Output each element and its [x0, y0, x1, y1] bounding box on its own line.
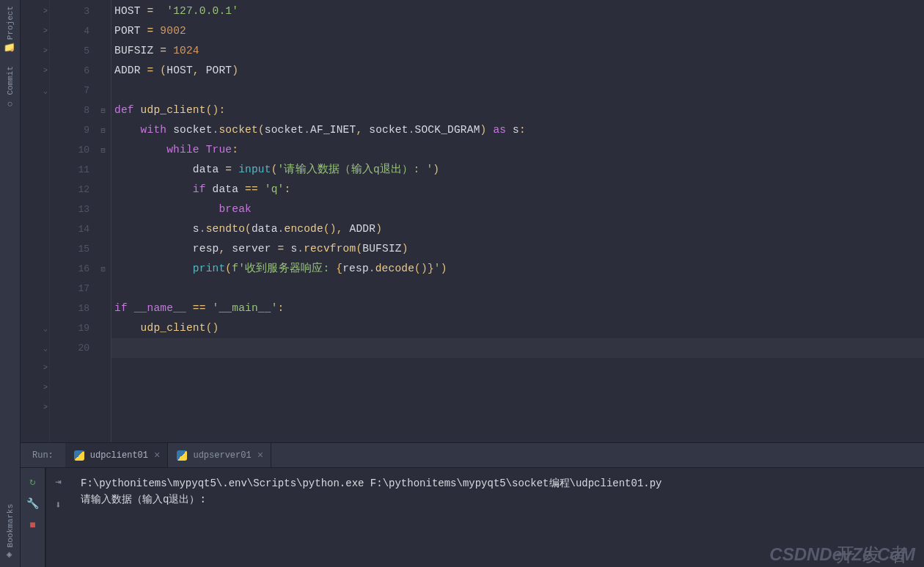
fold-marker — [95, 61, 111, 81]
line-number: 5 — [50, 41, 95, 61]
line-number: 15 — [50, 239, 95, 259]
breadcrumb-chevron[interactable]: > — [21, 358, 48, 378]
code-line[interactable]: s.sendto(data.encode(), ADDR) — [111, 219, 924, 239]
bookmarks-icon: ◈ — [4, 550, 15, 561]
tab-label: Commit — [6, 66, 15, 95]
console-line: 请输入数据（输入q退出）: — [81, 491, 914, 508]
fold-marker — [95, 219, 111, 239]
breadcrumb-chevron[interactable]: ⌄ — [21, 318, 48, 338]
code-line[interactable] — [111, 81, 924, 100]
fold-marker — [95, 200, 111, 219]
breadcrumb-chevron[interactable] — [21, 219, 48, 239]
fold-marker — [95, 239, 111, 259]
breadcrumb-chevron[interactable] — [21, 120, 48, 140]
line-number: 12 — [50, 180, 95, 200]
breadcrumb-chevron[interactable]: > — [21, 61, 48, 81]
fold-marker — [95, 299, 111, 318]
breadcrumb-chevron[interactable]: ⌄ — [21, 338, 48, 358]
code-line[interactable]: data = input('请输入数据（输入q退出）: ') — [111, 160, 924, 180]
code-line[interactable]: ADDR = (HOST, PORT) — [111, 61, 924, 81]
fold-marker[interactable]: ⊡ — [95, 259, 111, 279]
run-panel: Run: udpclient01 × udpserver01 × ↻ 🔧 ■ — [21, 442, 924, 567]
commit-tab[interactable]: ○ Commit — [0, 60, 20, 115]
breadcrumb-chevron[interactable]: > — [21, 1, 48, 21]
breadcrumb-chevron[interactable] — [21, 239, 48, 259]
run-tab-client[interactable]: udpclient01 × — [65, 443, 169, 467]
breadcrumb-chevron[interactable]: > — [21, 21, 48, 41]
line-number: 6 — [50, 61, 95, 81]
code-editor[interactable]: >>>>⌄⌄⌄>>> 34567891011121314151617181920… — [21, 0, 924, 442]
code-line[interactable] — [111, 338, 924, 358]
code-line[interactable]: BUFSIZ = 1024 — [111, 41, 924, 61]
line-number: 19 — [50, 318, 95, 338]
breadcrumb-chevron[interactable]: > — [21, 378, 48, 398]
scroll-button[interactable]: ⬇ — [51, 497, 66, 512]
rerun-button[interactable]: ↻ — [26, 474, 40, 489]
line-number: 17 — [50, 279, 95, 299]
tab-label: Bookmarks — [6, 504, 15, 547]
fold-marker — [95, 338, 111, 358]
breadcrumb-chevron[interactable] — [21, 100, 48, 120]
code-body[interactable]: HOST = '127.0.0.1'PORT = 9002BUFSIZ = 10… — [111, 0, 924, 442]
breadcrumb-chevron[interactable] — [21, 259, 48, 279]
code-line[interactable] — [111, 279, 924, 299]
breadcrumb-chevron[interactable]: > — [21, 398, 48, 417]
fold-marker — [95, 180, 111, 200]
fold-marker[interactable]: ⊟ — [95, 120, 111, 140]
line-number: 8 — [50, 100, 95, 120]
breadcrumb-chevron[interactable]: > — [21, 41, 48, 61]
breadcrumb-chevron[interactable]: ⌄ — [21, 81, 48, 100]
code-line[interactable]: def udp_client(): — [111, 100, 924, 120]
tab-name: udpclient01 — [90, 450, 148, 461]
code-line[interactable]: while True: — [111, 140, 924, 160]
python-icon — [74, 450, 84, 461]
commit-icon: ○ — [4, 98, 15, 109]
breadcrumb-chevron[interactable] — [21, 140, 48, 160]
console-output[interactable]: F:\pythonitems\mypyqt5\.env\Scripts\pyth… — [70, 468, 924, 567]
code-line[interactable]: break — [111, 200, 924, 219]
breadcrumb-chevron[interactable] — [21, 180, 48, 200]
tool-window-bar: 📁 Project ○ Commit ◈ Bookmarks — [0, 0, 21, 567]
breadcrumb-chevron[interactable] — [21, 200, 48, 219]
code-line[interactable]: if __name__ == '__main__':▶ — [111, 299, 924, 318]
run-tabs-bar: Run: udpclient01 × udpserver01 × — [21, 443, 924, 468]
fold-marker — [95, 81, 111, 100]
project-tab[interactable]: 📁 Project — [0, 0, 20, 60]
fold-gutter: ⊟⊟⊟⊡ — [95, 0, 111, 442]
fold-marker — [95, 41, 111, 61]
code-line[interactable]: if data == 'q': — [111, 180, 924, 200]
breadcrumb-chevron[interactable] — [21, 299, 48, 318]
console-line: F:\pythonitems\mypyqt5\.env\Scripts\pyth… — [81, 475, 914, 491]
line-number: 10 — [50, 140, 95, 160]
wrench-button[interactable]: 🔧 — [26, 496, 40, 511]
run-tab-server[interactable]: udpserver01 × — [168, 443, 271, 467]
fold-marker[interactable]: ⊟ — [95, 140, 111, 160]
step-button[interactable]: ⇥ — [51, 474, 66, 489]
fold-marker — [95, 21, 111, 41]
line-number: 4 — [50, 21, 95, 41]
code-line[interactable]: HOST = '127.0.0.1' — [111, 1, 924, 21]
run-label: Run: — [21, 450, 65, 461]
breadcrumb-chevron[interactable] — [21, 160, 48, 180]
tab-name: udpserver01 — [193, 450, 251, 461]
line-number: 13 — [50, 200, 95, 219]
close-icon[interactable]: × — [257, 450, 263, 461]
stop-button[interactable]: ■ — [26, 518, 40, 533]
code-line[interactable]: with socket.socket(socket.AF_INET, socke… — [111, 120, 924, 140]
run-toolbar-right: ⇥ ⬇ — [45, 468, 70, 567]
code-line[interactable]: print(f'收到服务器响应: {resp.decode()}') — [111, 259, 924, 279]
bookmarks-tab[interactable]: ◈ Bookmarks — [0, 498, 20, 567]
close-icon[interactable]: × — [154, 450, 160, 461]
breadcrumb-chevron[interactable] — [21, 279, 48, 299]
python-icon — [177, 450, 187, 461]
fold-marker — [95, 318, 111, 338]
code-line[interactable]: PORT = 9002 — [111, 21, 924, 41]
code-line[interactable]: resp, server = s.recvfrom(BUFSIZ) — [111, 239, 924, 259]
watermark-site: CSDNDevZe.CoM — [769, 546, 915, 563]
line-number: 16 — [50, 259, 95, 279]
line-number: 11 — [50, 160, 95, 180]
structure-gutter: >>>>⌄⌄⌄>>> — [21, 0, 50, 442]
code-line[interactable]: udp_client() — [111, 318, 924, 338]
fold-marker[interactable]: ⊟ — [95, 100, 111, 120]
line-number: 20 — [50, 338, 95, 358]
